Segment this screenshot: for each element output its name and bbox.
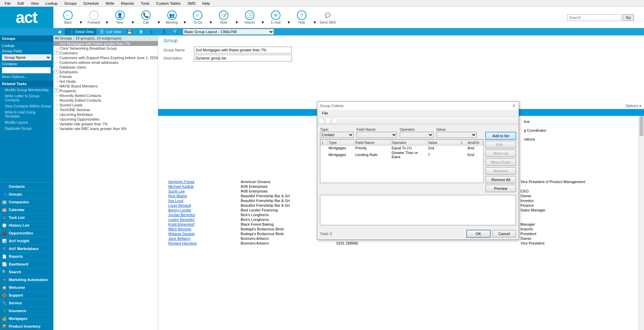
nav-item-calendar[interactable]: 📅Calendar [0, 206, 53, 213]
task-modify-layout[interactable]: Modify Layout [0, 119, 53, 125]
group-icon-button[interactable]: 👥 [147, 28, 158, 35]
move-down-button[interactable]: Move Down [486, 158, 516, 166]
menu-sms[interactable]: SMS [184, 1, 199, 6]
tree-item[interactable]: Upcoming Opportunities [53, 117, 158, 122]
tree-item[interactable]: Recently Edited Contacts [53, 98, 158, 103]
contact-name-link[interactable]: Mitch Brenner [168, 227, 191, 231]
help-button[interactable]: ?Help [293, 10, 310, 24]
save-file-icon[interactable] [332, 118, 338, 123]
tree-item[interactable]: Database Users [53, 65, 158, 70]
tree-item[interactable]: Upcoming Birthdays [53, 112, 158, 117]
options-dropdown[interactable]: Options ▾ [625, 104, 641, 108]
ribbon-left-arrow[interactable]: ◀ [53, 28, 65, 35]
group-field-select[interactable]: Group Name [2, 54, 51, 60]
task-modify-membership[interactable]: Modify Group Membership [0, 87, 53, 93]
list-view-button[interactable]: ☰List View [96, 28, 124, 35]
back-dropdown[interactable]: ▼ [79, 20, 83, 24]
tree-item[interactable]: Chris' Networking Breakfast Group [53, 46, 158, 51]
menu-view[interactable]: View [27, 1, 42, 6]
contact-name-link[interactable]: Hayleigh Frieda [168, 180, 194, 184]
help-dropdown[interactable]: ▼ [313, 20, 317, 24]
criteria-row[interactable]: MortgagesPriorityEqual To (=)2ndAnd [321, 146, 483, 151]
tree-item[interactable]: Recently Added Contacts [53, 93, 158, 98]
contact-name-link[interactable]: Michael Kadlub [168, 184, 194, 188]
ok-button[interactable]: OK [467, 230, 490, 237]
back-button[interactable]: ←Back [59, 10, 76, 24]
tree-item[interactable]: NATIE Board Members [53, 84, 158, 88]
note-button[interactable]: 📝Note [215, 10, 232, 24]
nav-item-act-insight[interactable]: 📊Act! Insight [0, 237, 53, 245]
task-duplicate-group[interactable]: Duplicate Group [0, 125, 53, 131]
nav-item-support[interactable]: 🛟Support [0, 291, 53, 299]
new-file-icon[interactable] [319, 118, 324, 123]
cancel-button[interactable]: Cancel [492, 230, 516, 237]
remove-button[interactable]: Remove [486, 167, 516, 175]
nav-item-groups[interactable]: 👥Groups [0, 190, 53, 198]
tree-item[interactable]: Scored Leads [53, 103, 158, 107]
call-button[interactable]: 📞Call [138, 10, 154, 24]
contact-name-link[interactable]: Jane Bellamy [168, 236, 191, 240]
task-write-email[interactable]: Write E-mail Using Template [0, 109, 53, 119]
remove-all-button[interactable]: Remove All [486, 176, 516, 183]
vertical-scrollbar[interactable] [639, 116, 644, 330]
scroll-thumb[interactable] [640, 116, 643, 136]
nav-item-product-inventory[interactable]: 📦Product Inventory [0, 322, 53, 330]
nav-item-act-marketplace[interactable]: 🛒Act! Marketplace [0, 245, 53, 252]
menu-write[interactable]: Write [102, 1, 117, 6]
meeting-button[interactable]: 👥Meeting [164, 10, 180, 24]
nav-item-marketing-automation[interactable]: ✉Marketing Automation [0, 276, 53, 283]
nav-item-companies[interactable]: 🏢Companies [0, 198, 53, 206]
contact-name-link[interactable]: Melanie Daniels [168, 232, 195, 236]
nav-item-welcome[interactable]: 🏠Welcome [0, 283, 53, 291]
contact-name-link[interactable]: Lesley Benedict [168, 218, 195, 222]
menu-help[interactable]: Help [199, 1, 214, 6]
nav-item-history-list[interactable]: 🕓History List [0, 221, 53, 229]
nav-item-search[interactable]: 🔍Search [0, 268, 53, 276]
type-select[interactable]: Contact [320, 132, 354, 138]
menu-file[interactable]: File [1, 1, 14, 6]
operator-select[interactable] [400, 132, 434, 138]
email-button[interactable]: ✉E-mail [267, 10, 284, 24]
tree-item[interactable]: 2nd Mortgages with Rates greater than 7% [53, 41, 158, 46]
note-dropdown[interactable]: ▼ [235, 20, 239, 24]
menu-groups[interactable]: Groups [61, 1, 80, 6]
contact-name-link[interactable]: Ilsa Lund [168, 199, 183, 203]
detail-view-button[interactable]: 👥Detail View [65, 28, 96, 35]
todo-dropdown[interactable]: ▼ [209, 20, 213, 24]
contact-name-link[interactable]: Louis Renault [168, 203, 191, 207]
menu-reports[interactable]: Reports [118, 1, 138, 6]
contact-name-link[interactable]: Richard Harvison [168, 241, 197, 245]
save-icon-button[interactable]: 💾 [124, 28, 135, 35]
move-up-button[interactable]: Move Up [486, 150, 516, 157]
tree-item[interactable]: TechONE Seminar [53, 107, 158, 112]
nav-item-reports[interactable]: 📄Reports [0, 252, 53, 260]
email-dropdown[interactable]: ▼ [287, 20, 291, 24]
contact-name-link[interactable]: Rick Blaine [168, 194, 187, 198]
task-view-contacts[interactable]: View Contacts Within Group [0, 103, 53, 109]
add-to-list-button[interactable]: Add to list [486, 132, 516, 139]
call-dropdown[interactable]: ▼ [157, 20, 161, 24]
contact-name-link[interactable]: Benny Lender [168, 208, 192, 212]
nav-item-contacts[interactable]: 👤Contacts [0, 182, 53, 190]
criteria-row[interactable]: MortgagesLending RateGreater Than or Equ… [321, 150, 483, 159]
nav-item-opportunities[interactable]: 💼Opportunities [0, 229, 53, 237]
task-write-letter[interactable]: Write Letter to Group Contacts [0, 93, 53, 103]
history-button[interactable]: 🕓History [241, 10, 258, 24]
todo-button[interactable]: ✓To-Do [189, 10, 206, 24]
layout-select[interactable]: Basic Group Layout - 1366x768 [183, 29, 274, 35]
preview-button[interactable]: Preview [486, 185, 516, 192]
tree-item[interactable]: Prospects [53, 88, 158, 93]
fieldname-select[interactable] [356, 132, 397, 138]
nav-item-dashboard[interactable]: 📈Dashboard [0, 260, 53, 268]
menu-tools[interactable]: Tools [137, 1, 153, 6]
nav-item-insurance[interactable]: 🛡Insurance [0, 307, 53, 314]
tree-item[interactable]: Hot Deals [53, 79, 158, 84]
group-name-input[interactable] [194, 47, 292, 53]
contact-name-link[interactable]: Kristi Elmendorf [168, 222, 195, 226]
more-options-link[interactable]: More Options... [2, 74, 51, 79]
meeting-dropdown[interactable]: ▼ [183, 20, 187, 24]
search-input[interactable] [567, 14, 621, 21]
tree-item[interactable]: Friends [53, 74, 158, 79]
tree-item[interactable]: Employees [53, 70, 158, 74]
sendsms-button[interactable]: 💬Send SMS [319, 10, 336, 24]
